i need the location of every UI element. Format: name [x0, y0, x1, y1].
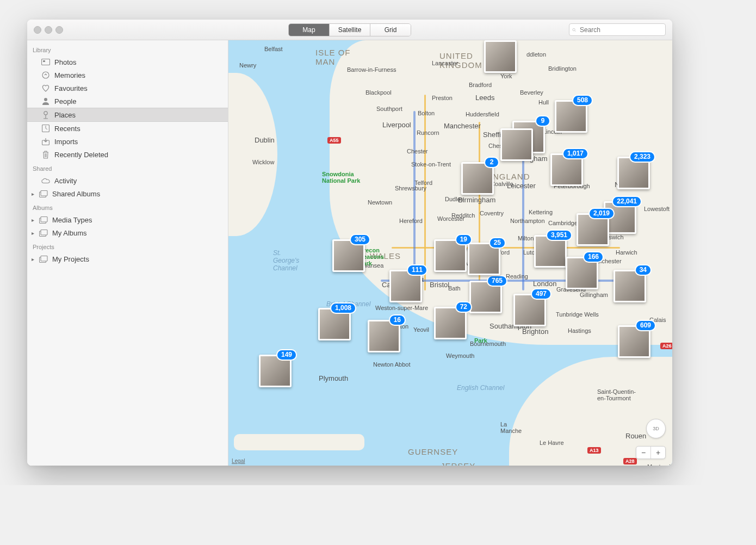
memories-icon [41, 71, 50, 79]
section-header-library: Library [27, 42, 228, 55]
disclosure-triangle-icon[interactable]: ▸ [30, 230, 35, 236]
albums-icon [39, 255, 48, 263]
disclosure-triangle-icon[interactable]: ▸ [30, 256, 35, 262]
sidebar-item-imports[interactable]: Imports [27, 135, 228, 148]
svg-point-5 [44, 98, 47, 101]
sidebar-item-places[interactable]: Places [27, 108, 228, 122]
photo-cluster-pin[interactable]: 111 [389, 270, 422, 302]
sidebar-item-my-projects[interactable]: ▸My Projects [27, 252, 228, 265]
sidebar-item-recently-deleted[interactable]: Recently Deleted [27, 148, 228, 161]
search-field[interactable] [569, 23, 666, 36]
photo-cluster-pin[interactable]: 1,008 [318, 308, 351, 340]
sidebar-item-label: Favourites [54, 84, 228, 92]
disclosure-triangle-icon[interactable]: ▸ [30, 217, 35, 223]
photo-cluster-pin[interactable]: 72 [434, 307, 467, 339]
pin-thumbnail [484, 40, 517, 73]
pin-count-badge: 2,323 [629, 151, 655, 163]
sidebar-item-activity[interactable]: Activity [27, 174, 228, 187]
photo-cluster-pin[interactable]: 508 [555, 100, 587, 133]
heart-icon [41, 84, 50, 92]
zoom-control: − + [636, 446, 666, 459]
trash-icon [41, 150, 50, 159]
photo-cluster-pin[interactable]: 166 [566, 257, 598, 289]
zoom-out-button[interactable]: − [636, 447, 651, 459]
pin-thumbnail [500, 128, 533, 161]
sidebar-item-label: Recents [54, 125, 228, 133]
photo-cluster-pin[interactable]: 149 [259, 355, 292, 387]
photo-cluster-pin[interactable]: 609 [618, 325, 650, 358]
photo-cluster-pin[interactable]: 25 [468, 243, 500, 275]
sidebar-item-media-types[interactable]: ▸Media Types [27, 213, 228, 226]
pin-count-badge: 1,017 [562, 148, 588, 159]
pin-count-badge: 22,041 [612, 196, 642, 207]
svg-rect-3 [43, 60, 45, 62]
search-icon [572, 27, 576, 33]
person-icon [41, 97, 50, 106]
svg-point-4 [42, 72, 49, 78]
sidebar-item-label: People [54, 97, 228, 106]
photo-cluster-pin[interactable]: 16 [368, 320, 400, 352]
zoom-in-button[interactable]: + [651, 447, 665, 459]
legal-link[interactable]: Legal [232, 458, 245, 464]
compass-3d[interactable]: 3D [646, 419, 666, 438]
zoom-button[interactable] [55, 26, 63, 34]
section-header-projects: Projects [27, 239, 228, 252]
tab-grid[interactable]: Grid [370, 24, 411, 36]
tab-map[interactable]: Map [289, 24, 330, 36]
photos-icon [41, 58, 50, 66]
albums-icon [39, 189, 48, 198]
pin-count-badge: 2,019 [588, 208, 615, 219]
photo-cluster-pin[interactable]: 19 [434, 239, 467, 272]
sidebar: LibraryPhotosMemoriesFavouritesPeoplePla… [27, 40, 228, 466]
svg-point-0 [573, 28, 575, 30]
pin-count-badge: 111 [407, 264, 427, 276]
sidebar-item-my-albums[interactable]: ▸My Albums [27, 226, 228, 239]
pin-count-badge: 9 [535, 115, 550, 127]
photo-cluster-pin[interactable]: 3,951 [534, 235, 567, 268]
titlebar: MapSatelliteGrid [27, 20, 672, 40]
pin-count-badge: 2 [484, 157, 499, 168]
section-header-shared: Shared [27, 161, 228, 174]
sidebar-item-memories[interactable]: Memories [27, 69, 228, 82]
photo-cluster-pin[interactable]: 34 [614, 270, 646, 302]
view-segmented-control[interactable]: MapSatelliteGrid [288, 23, 411, 36]
sidebar-item-label: Shared Albums [52, 190, 228, 198]
sidebar-item-people[interactable]: People [27, 95, 228, 108]
search-input[interactable] [579, 26, 662, 34]
sidebar-item-favourites[interactable]: Favourites [27, 82, 228, 95]
photo-cluster-pin[interactable]: 2 [461, 162, 494, 195]
pin-count-badge: 72 [455, 301, 472, 313]
pin-count-badge: 508 [572, 95, 593, 106]
sidebar-item-label: Media Types [52, 216, 228, 224]
photo-cluster-pin[interactable]: 2,323 [617, 157, 650, 189]
tab-satellite[interactable]: Satellite [330, 24, 370, 36]
minimize-button[interactable] [45, 26, 52, 34]
photo-cluster-pin[interactable]: 497 [513, 294, 546, 326]
pin-count-badge: 25 [489, 237, 506, 249]
photo-cluster-pin[interactable] [484, 40, 517, 73]
photo-cluster-pin[interactable] [500, 128, 533, 161]
section-header-albums: Albums [27, 200, 228, 213]
close-button[interactable] [34, 26, 41, 34]
disclosure-triangle-icon[interactable]: ▸ [30, 191, 35, 197]
sidebar-item-photos[interactable]: Photos [27, 55, 228, 69]
pin-count-badge: 1,008 [330, 302, 356, 314]
svg-point-6 [44, 112, 47, 115]
pin-count-badge: 16 [389, 314, 406, 326]
recents-icon [41, 124, 50, 133]
sidebar-item-label: Imports [54, 138, 228, 146]
sidebar-item-label: Photos [54, 58, 228, 66]
pin-count-badge: 765 [487, 275, 507, 287]
sidebar-item-label: Places [54, 111, 228, 119]
pin-count-badge: 3,951 [546, 230, 572, 241]
svg-rect-20 [41, 256, 47, 261]
sidebar-item-label: Memories [54, 71, 228, 79]
photo-cluster-pin[interactable]: 765 [469, 281, 502, 313]
photo-cluster-pin[interactable]: 2,019 [577, 213, 609, 246]
sidebar-item-shared-albums[interactable]: ▸Shared Albums [27, 187, 228, 200]
photo-cluster-pin[interactable]: 305 [332, 239, 365, 272]
map-view[interactable]: ISLE OFMANWALESENGLANDUNITEDKINGDOMGUERN… [228, 40, 672, 466]
sidebar-item-recents[interactable]: Recents [27, 122, 228, 135]
photo-cluster-pin[interactable]: 1,017 [550, 153, 583, 186]
sidebar-item-label: Recently Deleted [54, 151, 228, 159]
